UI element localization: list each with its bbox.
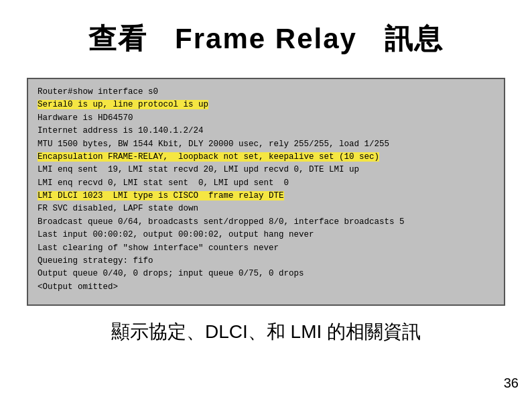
terminal-line: LMI enq sent 19, LMI stat recvd 20, LMI … (38, 164, 494, 176)
footer-text: 顯示協定、DLCI、和 LMI 的相關資訊 (27, 319, 505, 345)
terminal-line: Output queue 0/40, 0 drops; input queue … (38, 268, 494, 280)
terminal-output: Router#show interface s0Serial0 is up, l… (27, 78, 505, 306)
terminal-line: <Output omitted> (38, 281, 494, 294)
terminal-line: Broadcast queue 0/64, broadcasts sent/dr… (38, 216, 494, 229)
terminal-line: Router#show interface s0 (38, 86, 494, 99)
terminal-line: MTU 1500 bytes, BW 1544 Kbit, DLY 20000 … (38, 138, 494, 151)
terminal-line: LMI DLCI 1023 LMI type is CISCO frame re… (38, 190, 494, 203)
terminal-line: Hardware is HD64570 (38, 112, 494, 125)
terminal-line: Serial0 is up, line protocol is up (38, 99, 494, 111)
terminal-line: LMI enq recvd 0, LMI stat sent 0, LMI up… (38, 177, 494, 190)
terminal-line: Encapsulation FRAME-RELAY, loopback not … (38, 151, 494, 164)
page-title: 查看 Frame Relay 訊息 (27, 20, 505, 58)
page: 查看 Frame Relay 訊息 Router#show interface … (0, 0, 532, 399)
title-zh-prefix: 查看 (88, 23, 147, 54)
terminal-line: Internet address is 10.140.1.2/24 (38, 125, 494, 137)
title-zh-suffix: 訊息 (385, 23, 444, 54)
terminal-line: Queueing strategy: fifo (38, 255, 494, 268)
terminal-line: Last input 00:00:02, output 00:00:02, ou… (38, 229, 494, 241)
terminal-line: FR SVC disabled, LAPF state down (38, 203, 494, 215)
terminal-line: Last clearing of "show interface" counte… (38, 242, 494, 255)
title-en: Frame Relay (175, 23, 357, 54)
page-number: 36 (504, 376, 519, 391)
